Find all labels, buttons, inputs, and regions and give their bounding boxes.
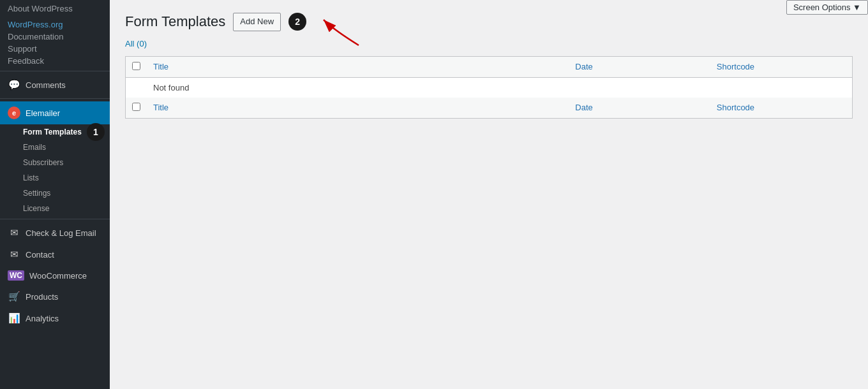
main-content: Screen Options ▼ Form Templates Add New … [110,0,868,389]
support-link[interactable]: Support [0,43,110,55]
empty-message-cell: Not found [147,77,853,98]
elemailer-label: Elemailer [26,108,60,118]
sidebar-item-analytics[interactable]: 📊 Analytics [0,307,110,329]
settings-label: Settings [23,189,50,198]
annotation-1: 1 [87,123,105,141]
table-check-all-col [126,56,147,77]
table-shortcode-header: Shortcode [710,56,853,77]
sidebar-item-settings[interactable]: Settings [0,186,110,201]
annotation-2: 2 [288,13,306,31]
table-date-header[interactable]: Date [569,56,710,77]
page-header: Form Templates Add New 2 [125,13,853,31]
analytics-label: Analytics [26,314,59,323]
sidebar-item-comments[interactable]: 💬 Comments [0,74,110,96]
analytics-icon: 📊 [8,312,20,324]
form-templates-label: Form Templates [23,128,82,136]
table-row-empty: Not found [126,77,853,98]
woocommerce-label: WooCommerce [29,271,87,281]
sidebar: About WordPress WordPress.org Documentat… [0,0,110,389]
check-all-footer-checkbox[interactable] [132,103,140,111]
check-log-email-icon: ✉ [8,227,20,239]
products-icon: 🛒 [8,291,20,302]
sidebar-item-products[interactable]: 🛒 Products [0,286,110,307]
screen-options-button[interactable]: Screen Options ▼ [786,0,868,15]
check-log-email-label: Check & Log Email [26,228,96,238]
about-wp-link[interactable]: About WordPress [8,1,73,16]
wp-org-link[interactable]: WordPress.org [0,18,110,31]
license-label: License [23,204,49,213]
table-title-header[interactable]: Title [147,56,569,77]
sidebar-item-lists[interactable]: Lists [0,170,110,186]
table-foot-shortcode-header: Shortcode [710,98,853,119]
add-new-button[interactable]: Add New [233,13,281,31]
page-title: Form Templates [125,13,225,31]
sidebar-item-emails[interactable]: Emails [0,140,110,155]
lists-label: Lists [23,173,39,182]
emails-label: Emails [23,143,46,152]
admin-bar: About WordPress [0,0,110,17]
sidebar-item-subscribers[interactable]: Subscribers [0,155,110,170]
table-foot-title-header[interactable]: Title [147,98,569,119]
table-foot-date-header[interactable]: Date [569,98,710,119]
filter-bar: All (0) [125,39,853,48]
comments-label: Comments [26,80,66,90]
feedback-link[interactable]: Feedback [0,55,110,67]
contact-label: Contact [26,250,54,260]
table-foot-check-col [126,98,147,119]
sidebar-item-check-log-email[interactable]: ✉ Check & Log Email [0,222,110,244]
products-label: Products [26,292,58,302]
sidebar-item-form-templates[interactable]: Form Templates 1 [0,124,110,140]
sidebar-item-license[interactable]: License [0,201,110,216]
woocommerce-icon: WC [8,270,24,281]
documentation-link[interactable]: Documentation [0,31,110,43]
form-templates-table: Title Date Shortcode Not found [125,56,853,119]
sidebar-item-elemailer[interactable]: e Elemailer [0,101,110,124]
filter-all-tab[interactable]: All (0) [125,39,147,48]
comments-icon: 💬 [8,79,20,91]
contact-icon: ✉ [8,249,20,260]
subscribers-label: Subscribers [23,158,63,167]
sidebar-item-woocommerce[interactable]: WC WooCommerce [0,265,110,286]
sidebar-item-contact[interactable]: ✉ Contact [0,244,110,265]
elemailer-icon: e [8,106,20,119]
empty-check-cell [126,77,147,98]
check-all-checkbox[interactable] [132,62,140,70]
